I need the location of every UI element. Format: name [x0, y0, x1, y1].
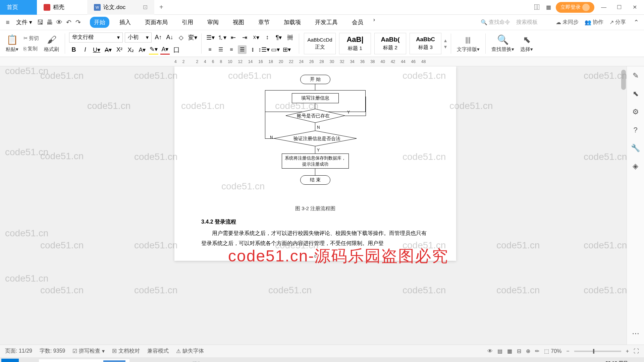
tab-view[interactable]: 视图 [229, 17, 248, 28]
view-page-icon[interactable]: ▤ [497, 348, 502, 354]
align-center-button[interactable]: ☰ [216, 45, 225, 54]
tab-stops-button[interactable]: 卌 [285, 33, 295, 42]
style-h1[interactable]: AaB|标题 1 [339, 33, 371, 54]
proofing-button[interactable]: ☒ 文档校对 [112, 348, 140, 355]
tab-member[interactable]: 会员 [348, 17, 367, 28]
show-marks-button[interactable]: ¶▾ [274, 33, 283, 42]
bullets-button[interactable]: ☰▾ [206, 33, 215, 42]
layout-icon[interactable]: ⿲ [533, 3, 541, 11]
print-icon[interactable]: 🖶 [46, 18, 54, 27]
phonetic-icon[interactable]: 変▾ [188, 33, 197, 42]
hamburger-icon[interactable]: ≡ [3, 18, 12, 27]
ie-icon[interactable]: e [131, 359, 148, 362]
tool-icon[interactable]: 🔧 [631, 144, 640, 153]
tab-home[interactable]: 首页 [0, 0, 37, 15]
tab-review[interactable]: 审阅 [203, 17, 223, 28]
view-web-icon[interactable]: ⊟ [517, 348, 521, 354]
borders-button[interactable]: ⊞▾ [282, 45, 291, 54]
preview-icon[interactable]: 👁 [55, 18, 64, 27]
indent-dec-button[interactable]: ⇤ [228, 33, 238, 42]
tab-section[interactable]: 章节 [254, 17, 274, 28]
view-read-icon[interactable]: ⊕ [526, 348, 530, 354]
shading-button[interactable]: ▭▾ [271, 45, 280, 54]
cursor-icon[interactable]: ⬉ [633, 89, 639, 98]
app-dark-icon[interactable]: 👹 [187, 359, 205, 362]
maximize-button[interactable]: ☐ [613, 1, 625, 13]
shrink-font-icon[interactable]: A↓ [165, 33, 174, 42]
start-button[interactable]: ⊞ [1, 359, 19, 362]
superscript-button[interactable]: X² [115, 45, 124, 55]
vertical-scrollbar[interactable] [621, 66, 627, 345]
search-btn[interactable]: 搜一下 [103, 360, 125, 362]
diamond-icon[interactable]: ◈ [633, 162, 638, 171]
distribute-button[interactable]: ⫿ [249, 45, 257, 54]
subscript-button[interactable]: X₂ [126, 45, 136, 55]
word-count[interactable]: 字数: 9359 [40, 348, 65, 355]
find-replace-group[interactable]: 🔍查找替换▾ [490, 34, 516, 53]
fullscreen-icon[interactable]: ⛶ [634, 348, 639, 354]
pen-icon[interactable]: ✎ [633, 71, 639, 80]
zoom-out-button[interactable]: − [566, 348, 569, 354]
save-icon[interactable]: 🖫 [36, 18, 45, 27]
edit-icon[interactable]: ✏ [535, 348, 539, 354]
tab-insert[interactable]: 插入 [115, 17, 135, 28]
tab-layout[interactable]: 页面布局 [141, 17, 172, 28]
eye-icon[interactable]: 👁 [487, 348, 493, 354]
font-color-button[interactable]: A▾ [160, 45, 170, 55]
settings-icon[interactable]: ⚙ [632, 108, 639, 116]
tab-doke[interactable]: 稻壳 [37, 0, 87, 15]
tab-reference[interactable]: 引用 [178, 17, 197, 28]
text-effects-button[interactable]: A▾ [138, 45, 147, 55]
more-icon[interactable]: ⋯ [632, 329, 639, 338]
ruler[interactable]: 4224681012141618202224262830323436384042… [0, 57, 644, 66]
select-group[interactable]: ⬉选择▾ [519, 34, 535, 53]
tab-pin-icon[interactable]: ⊡ [143, 4, 148, 11]
styles-more[interactable]: ▴▾ [444, 37, 447, 50]
sort-button[interactable]: ↕ [263, 33, 272, 42]
asian-layout-button[interactable]: ☓▾ [251, 33, 261, 42]
tab-add-button[interactable]: + [154, 3, 168, 11]
align-left-button[interactable]: ≡ [206, 45, 214, 54]
tab-dev[interactable]: 开发工具 [311, 17, 342, 28]
wps-icon[interactable]: W [206, 359, 223, 362]
clear-format-icon[interactable]: ◇ [176, 33, 186, 42]
close-button[interactable]: ✕ [629, 1, 641, 13]
cut-button[interactable]: ✂ 剪切 [23, 35, 40, 42]
grow-font-icon[interactable]: A↑ [154, 33, 163, 42]
cortana-icon[interactable]: ◉ [20, 359, 38, 362]
align-right-button[interactable]: ≡ [227, 45, 236, 54]
help-icon[interactable]: ? [633, 126, 637, 134]
zoom-fit-icon[interactable]: ⬚ 70% [544, 348, 561, 354]
numbering-button[interactable]: ⒈▾ [217, 33, 226, 42]
strike-button[interactable]: A̶▾ [103, 45, 113, 55]
italic-button[interactable]: I [80, 45, 90, 55]
page-indicator[interactable]: 页面: 11/29 [5, 348, 32, 355]
share-button[interactable]: ↗ 分享 [609, 19, 626, 26]
file-menu[interactable]: 文件 ▾ [13, 18, 36, 26]
copy-button[interactable]: ⎘ 复制 [23, 45, 40, 53]
view-outline-icon[interactable]: ▦ [507, 348, 512, 354]
app-green-icon[interactable]: ◉ [150, 359, 167, 362]
undo-icon[interactable]: ↶ [64, 18, 73, 27]
collab-button[interactable]: 👥 协作 [585, 19, 603, 26]
tab-start[interactable]: 开始 [90, 17, 109, 28]
underline-button[interactable]: U▾ [92, 45, 101, 55]
style-h2[interactable]: AaBb(标题 2 [374, 33, 406, 54]
align-justify-button[interactable]: ☰ [238, 45, 247, 54]
highlight-button[interactable]: ✎▾ [149, 45, 158, 55]
format-painter[interactable]: 🖌 格式刷 [42, 34, 61, 53]
minimize-button[interactable]: — [598, 1, 610, 13]
taskbar-clock[interactable]: 20:18 周日2022/9/18 [605, 360, 628, 362]
compat-mode[interactable]: 兼容模式 [147, 348, 169, 355]
char-border-button[interactable]: 囗 [172, 45, 181, 55]
search-command[interactable]: 🔍 查找命令 [481, 19, 510, 26]
text-layout-group[interactable]: ⫼文字排版▾ [455, 34, 481, 53]
collapse-icon[interactable]: ⌃ [632, 18, 641, 27]
zoom-in-button[interactable]: + [626, 348, 629, 354]
explorer-icon[interactable]: 📁 [168, 359, 186, 362]
missing-fonts[interactable]: ⚠ 缺失字体 [176, 348, 204, 355]
scroll-thumb[interactable] [621, 70, 626, 90]
redo-icon[interactable]: ↷ [74, 18, 83, 27]
login-button[interactable]: 立即登录 [556, 2, 594, 13]
line-spacing-button[interactable]: ↕☰▾ [259, 45, 269, 54]
